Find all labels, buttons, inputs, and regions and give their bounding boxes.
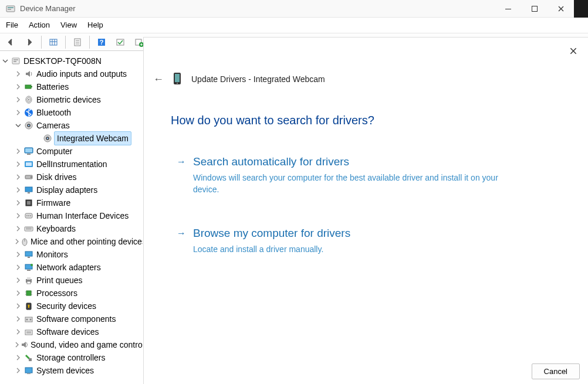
ic-cpu-icon	[22, 288, 35, 298]
tree-item-label: DESKTOP-TQF008N	[22, 55, 103, 67]
update-drivers-dialog: ← Update Drivers - Integrated Webcam How…	[143, 37, 588, 384]
tree-item-label: Storage controllers	[35, 351, 107, 364]
toolbar-scan-button[interactable]	[112, 35, 129, 49]
app-icon	[6, 4, 15, 13]
tree-category[interactable]: Disk drives	[1, 171, 143, 183]
ic-storage-icon	[22, 353, 35, 362]
ic-security-icon	[22, 301, 35, 311]
option-browse-computer[interactable]: → Browse my computer for drivers Locate …	[177, 227, 540, 255]
toolbar-separator	[89, 36, 90, 49]
title-bar: Device Manager	[0, 0, 588, 18]
tree-category[interactable]: Monitors	[1, 248, 143, 261]
ic-bluetooth-icon	[22, 108, 35, 117]
tree-category[interactable]: Human Interface Devices	[1, 209, 143, 222]
tree-category[interactable]: Display adapters	[1, 183, 143, 196]
minimize-button[interactable]	[495, 0, 521, 18]
chevron-right-icon	[14, 252, 22, 257]
ic-computer-icon	[22, 147, 35, 156]
chevron-right-icon	[14, 187, 22, 193]
tree-category[interactable]: Network adapters	[1, 261, 143, 274]
tree-item-label: DellInstrumentation	[35, 158, 109, 171]
tree-item-label: Biometric devices	[35, 93, 102, 106]
chevron-right-icon	[14, 290, 22, 296]
chevron-right-icon	[14, 264, 22, 270]
ic-system-icon	[22, 366, 35, 375]
toolbar-properties-button[interactable]	[69, 35, 86, 49]
dialog-close-button[interactable]	[565, 42, 582, 60]
device-icon	[173, 72, 183, 86]
tree-category[interactable]: Print queues	[1, 274, 143, 287]
toolbar-help-button[interactable]	[93, 35, 110, 49]
ic-printer-icon	[22, 276, 35, 285]
tree-category[interactable]: Storage controllers	[1, 351, 143, 364]
tree-item-label: Cameras	[35, 119, 71, 132]
tree-category[interactable]: Software components	[1, 312, 143, 325]
tree-category[interactable]: Keyboards	[1, 222, 143, 235]
tree-item-label: Display adapters	[35, 183, 99, 196]
chevron-right-icon	[14, 174, 22, 180]
background-window-sliver	[574, 0, 588, 18]
arrow-right-icon: →	[177, 228, 186, 239]
menu-help[interactable]: Help	[87, 21, 103, 29]
tree-root[interactable]: DESKTOP-TQF008N	[1, 55, 143, 67]
tree-item-label: Network adapters	[35, 261, 102, 274]
chevron-right-icon	[14, 200, 22, 206]
chevron-right-icon	[14, 355, 22, 361]
dialog-back-button[interactable]: ←	[153, 73, 164, 86]
tree-item-label: Software devices	[35, 325, 100, 338]
menu-view[interactable]: View	[60, 21, 77, 29]
chevron-right-icon	[14, 277, 22, 283]
tree-category[interactable]: Batteries	[1, 80, 143, 93]
close-button[interactable]	[548, 0, 574, 18]
tree-category[interactable]: Mice and other pointing devices	[1, 235, 143, 248]
tree-category[interactable]: DellInstrumentation	[1, 158, 143, 171]
tree-category[interactable]: Firmware	[1, 196, 143, 209]
ic-camera-icon	[22, 121, 35, 130]
option-description: Locate and install a driver manually.	[193, 243, 522, 255]
option-search-automatically[interactable]: → Search automatically for drivers Windo…	[177, 155, 540, 195]
ic-biometric-icon	[22, 95, 35, 104]
chevron-right-icon	[14, 303, 22, 309]
menu-bar: File Action View Help	[0, 18, 588, 33]
tree-category[interactable]: System devices	[1, 364, 143, 377]
cancel-button[interactable]: Cancel	[532, 363, 580, 379]
chevron-right-icon	[14, 226, 22, 232]
ic-keyboard-icon	[22, 224, 35, 233]
ic-mouse-icon	[20, 237, 29, 246]
ic-dell-icon	[22, 159, 35, 169]
tree-category[interactable]: Software devices	[1, 325, 143, 338]
maximize-button[interactable]	[521, 0, 548, 18]
toolbar-separator	[41, 36, 42, 49]
tree-category[interactable]: Biometric devices	[1, 93, 143, 106]
chevron-right-icon	[14, 148, 22, 154]
ic-root-icon	[9, 56, 22, 66]
chevron-right-icon	[14, 161, 22, 167]
chevron-right-icon	[14, 316, 22, 322]
tree-item-label: Monitors	[35, 248, 69, 261]
tree-category[interactable]: Computer	[1, 145, 143, 158]
tree-item-label: Integrated Webcam	[54, 131, 131, 145]
toolbar-show-hidden-button[interactable]	[45, 35, 62, 49]
tree-device[interactable]: Integrated Webcam	[1, 132, 143, 145]
dialog-header: ← Update Drivers - Integrated Webcam	[144, 38, 588, 90]
tree-category[interactable]: Sound, video and game controllers	[1, 338, 143, 351]
device-tree[interactable]: DESKTOP-TQF008NAudio inputs and outputsB…	[0, 51, 143, 382]
ic-disk-icon	[22, 172, 35, 182]
ic-swcomp-icon	[22, 314, 35, 324]
tree-item-label: Batteries	[35, 80, 70, 93]
ic-display-icon	[22, 185, 35, 195]
tree-category[interactable]: Cameras	[1, 119, 143, 132]
tree-category[interactable]: Audio inputs and outputs	[1, 67, 143, 80]
tree-category[interactable]: Security devices	[1, 300, 143, 312]
toolbar-forward-button[interactable]	[21, 35, 38, 49]
tree-item-label: Security devices	[35, 300, 97, 312]
ic-hid-icon	[22, 211, 35, 220]
chevron-down-icon	[14, 123, 22, 128]
ic-audio-icon	[22, 69, 35, 79]
toolbar-back-button[interactable]	[2, 35, 19, 49]
tree-category[interactable]: Processors	[1, 287, 143, 300]
tree-category[interactable]: Bluetooth	[1, 106, 143, 119]
chevron-right-icon	[14, 84, 22, 90]
menu-file[interactable]: File	[6, 21, 18, 29]
menu-action[interactable]: Action	[29, 21, 50, 29]
